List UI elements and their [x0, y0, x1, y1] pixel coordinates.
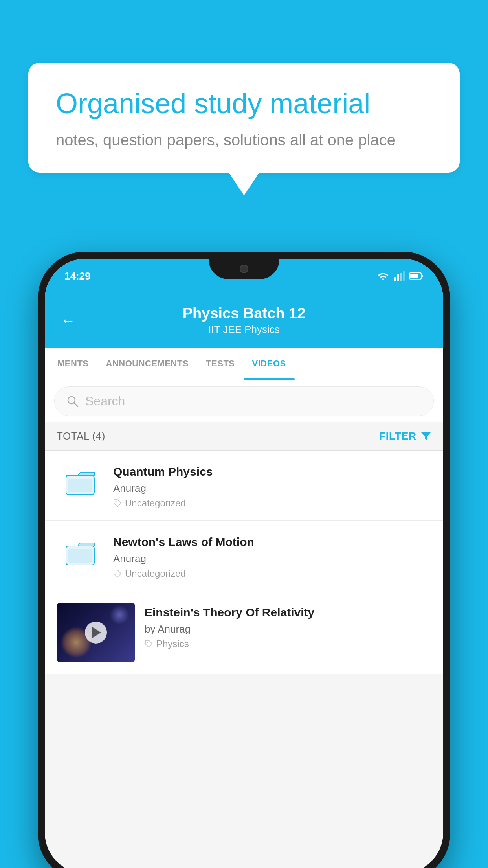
filter-label: FILTER — [379, 430, 416, 442]
newtons-laws-tag: Uncategorized — [113, 568, 431, 579]
batch-title: Physics Batch 12 — [183, 305, 306, 322]
tag-icon-3 — [145, 640, 153, 648]
play-button[interactable] — [85, 622, 107, 644]
svg-point-11 — [116, 501, 117, 502]
phone-mockup: 14:29 — [38, 252, 450, 868]
tab-videos[interactable]: VIDEOS — [244, 348, 295, 380]
einstein-thumbnail — [57, 603, 135, 662]
header-title-group: Physics Batch 12 IIT JEE Physics — [183, 305, 306, 336]
app-header: ← Physics Batch 12 IIT JEE Physics — [45, 293, 443, 348]
quantum-physics-tag: Uncategorized — [113, 498, 431, 509]
battery-icon — [409, 272, 424, 280]
video-item-quantum-physics[interactable]: Quantum Physics Anurag Uncategorized — [45, 451, 443, 521]
svg-point-14 — [116, 572, 117, 573]
video-list: Quantum Physics Anurag Uncategorized — [45, 451, 443, 674]
search-bar[interactable]: Search — [54, 386, 434, 416]
camera-dot — [240, 265, 248, 273]
batch-subtitle: IIT JEE Physics — [183, 324, 306, 336]
search-bar-wrapper: Search — [45, 380, 443, 422]
search-icon — [66, 395, 79, 408]
tag-icon — [113, 499, 122, 508]
speech-bubble-arrow — [228, 172, 260, 195]
svg-rect-0 — [394, 277, 396, 281]
svg-rect-3 — [403, 271, 405, 281]
quantum-physics-info: Quantum Physics Anurag Uncategorized — [113, 462, 431, 509]
quantum-physics-author: Anurag — [113, 482, 431, 495]
filter-button[interactable]: FILTER — [379, 430, 431, 442]
quantum-physics-thumb — [57, 462, 104, 502]
speech-bubble-wrapper: Organised study material notes, question… — [28, 63, 460, 195]
newtons-laws-thumb — [57, 533, 104, 572]
einstein-tag: Physics — [145, 638, 431, 649]
svg-rect-10 — [68, 479, 92, 492]
signal-icon — [394, 271, 405, 281]
newtons-laws-author: Anurag — [113, 553, 431, 565]
speech-bubble-title: Organised study material — [56, 86, 432, 120]
svg-rect-13 — [68, 549, 92, 563]
tab-announcements[interactable]: ANNOUNCEMENTS — [97, 348, 198, 380]
tag-icon-2 — [113, 569, 122, 578]
svg-rect-6 — [422, 275, 423, 277]
total-count: TOTAL (4) — [57, 430, 105, 442]
speech-bubble: Organised study material notes, question… — [28, 63, 460, 173]
tab-tests[interactable]: TESTS — [197, 348, 243, 380]
svg-rect-2 — [400, 273, 402, 281]
svg-rect-1 — [397, 274, 399, 281]
status-icons — [376, 271, 424, 281]
back-button[interactable]: ← — [61, 312, 75, 329]
svg-point-15 — [147, 642, 148, 643]
einstein-author: by Anurag — [145, 623, 431, 635]
folder-icon — [65, 469, 95, 495]
einstein-title: Einstein's Theory Of Relativity — [145, 605, 431, 620]
einstein-info: Einstein's Theory Of Relativity by Anura… — [145, 603, 431, 649]
phone-screen: 14:29 — [45, 259, 443, 868]
status-bar: 14:29 — [45, 259, 443, 293]
wifi-icon — [376, 271, 390, 281]
thumb-glow2 — [110, 605, 129, 625]
svg-rect-5 — [410, 274, 418, 278]
newtons-laws-info: Newton's Laws of Motion Anurag Uncategor… — [113, 533, 431, 579]
filter-funnel-icon — [420, 431, 431, 442]
status-time: 14:29 — [64, 270, 91, 282]
phone-notch — [209, 259, 279, 279]
tabs-bar: MENTS ANNOUNCEMENTS TESTS VIDEOS — [45, 348, 443, 380]
video-item-einstein[interactable]: Einstein's Theory Of Relativity by Anura… — [45, 591, 443, 674]
search-placeholder: Search — [85, 394, 125, 408]
play-triangle — [92, 627, 101, 638]
svg-line-8 — [74, 403, 78, 406]
phone-outer: 14:29 — [38, 252, 450, 868]
folder-icon-2 — [65, 539, 95, 566]
newtons-laws-title: Newton's Laws of Motion — [113, 534, 431, 550]
video-item-newtons-laws[interactable]: Newton's Laws of Motion Anurag Uncategor… — [45, 521, 443, 591]
quantum-physics-title: Quantum Physics — [113, 464, 431, 479]
filter-bar: TOTAL (4) FILTER — [45, 422, 443, 451]
speech-bubble-subtitle: notes, question papers, solutions all at… — [56, 131, 432, 149]
tab-ments[interactable]: MENTS — [49, 348, 97, 380]
